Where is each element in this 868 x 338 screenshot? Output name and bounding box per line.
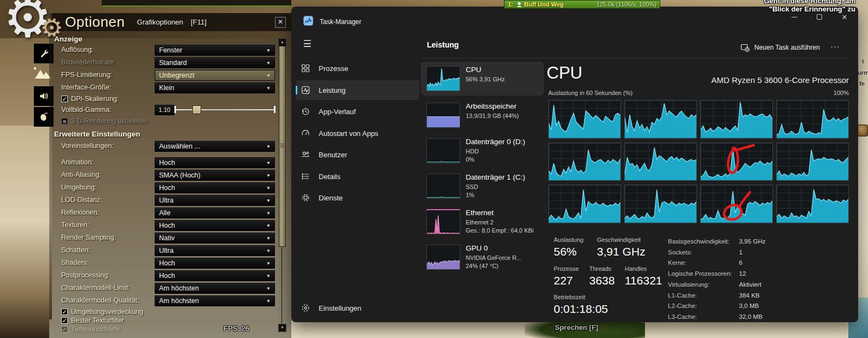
perf-card-title: Ethernet <box>466 209 494 217</box>
threads-value: 3638 <box>589 274 615 287</box>
gamma-slider-handle[interactable] <box>192 105 201 114</box>
stat-label: Prozesse <box>554 265 579 272</box>
cpu-core-graph-1 <box>624 100 697 139</box>
hamburger-menu-icon[interactable]: ☰ <box>300 37 314 51</box>
scrollbar-up-icon[interactable]: ▲ <box>278 38 286 46</box>
charaktermodell-limit-dropdown[interactable]: Am höchsten▼ <box>155 283 275 294</box>
interface-groesse-dropdown[interactable]: Klein▼ <box>155 82 275 93</box>
sidebar-item-label: Details <box>319 173 341 181</box>
chevron-down-icon: ▼ <box>266 61 271 66</box>
scrollbar-thumb[interactable] <box>279 46 286 247</box>
scrollbar-down-icon[interactable]: ▼ <box>278 324 286 332</box>
sidebar-item-prozesse[interactable]: Prozesse <box>296 58 419 78</box>
render-sampling-dropdown[interactable]: Nativ▼ <box>155 233 275 244</box>
fps-counter: FPS: 26 <box>224 324 249 333</box>
umgebungsverdeckung-row: ✓ Umgebungsverdeckung <box>61 308 143 316</box>
detail-value: 32,0 MB <box>739 313 763 320</box>
perf-card-cpu[interactable]: CPU56% 3,91 GHz <box>421 62 544 96</box>
stat-label: Handles <box>625 265 647 272</box>
graph-max-label: 100% <box>834 90 849 96</box>
chevron-down-icon: ▼ <box>266 144 271 149</box>
checkbox-checked-icon[interactable]: ✓ <box>61 326 68 333</box>
sidebar-item-label: Einstellungen <box>319 304 361 312</box>
shaders-dropdown[interactable]: Hoch▼ <box>155 258 275 269</box>
checkbox-checked-icon[interactable]: ✓ <box>61 96 68 102</box>
chevron-down-icon: ▼ <box>266 198 271 203</box>
perf-card-arbeitsspeicher[interactable]: Arbeitsspeicher13,9/31,9 GB (44%) <box>421 98 544 132</box>
postprocessing-dropdown[interactable]: Hoch▼ <box>155 270 275 281</box>
close-icon: ✕ <box>842 13 848 21</box>
option-label: Reflexionen: <box>61 209 99 216</box>
option-row: FPS-Limitierung: Unbegrenzt▼ <box>49 70 291 81</box>
lod-distanz-dropdown[interactable]: Ultra▼ <box>155 195 275 206</box>
charaktermodell-qualitaet-dropdown[interactable]: Am höchsten▼ <box>155 295 275 306</box>
perf-card-datentr-ger-0-d-[interactable]: Datenträger 0 (D:)HDD0% <box>421 134 544 168</box>
voreinstellungen-dropdown[interactable]: Auswählen ...▼ <box>155 141 275 152</box>
cpu-core-graph-4 <box>548 143 621 181</box>
more-options-icon[interactable]: ··· <box>826 39 844 56</box>
perf-card-datentr-ger-1-c-[interactable]: Datenträger 1 (C:)SSD1% <box>421 169 544 203</box>
uptime-value: 0:01:18:05 <box>554 303 608 316</box>
anti-aliasing-dropdown[interactable]: SMAA (Hoch)▼ <box>155 170 275 181</box>
aufloesung-dropdown[interactable]: Fenster▼ <box>155 45 275 56</box>
checkbox-checked-icon[interactable]: ✓ <box>61 309 68 315</box>
processes-icon <box>301 64 310 73</box>
bester-texturfilter-row: ✓ Bester Texturfilter <box>61 317 124 324</box>
sidebar-item-leistung[interactable]: Leistung <box>296 80 419 100</box>
options-title: Optionen <box>65 14 125 31</box>
detail-label: L1-Cache: <box>668 292 697 299</box>
sidebar-item-benutzer[interactable]: Benutzer <box>296 145 419 164</box>
sidebar-item-dienste[interactable]: Dienste <box>296 188 419 207</box>
perf-card-title: Datenträger 0 (D:) <box>466 138 525 146</box>
texturen-dropdown[interactable]: Hoch▼ <box>155 220 275 231</box>
option-row: Anti-Aliasing:SMAA (Hoch)▼ <box>49 170 291 181</box>
schatten-dropdown[interactable]: Ultra▼ <box>155 245 275 256</box>
option-label: Bildwiederholrate: <box>61 58 115 66</box>
perf-thumbnail-graph <box>426 138 460 163</box>
arcdps-dps-meter[interactable]: 1: Buff Und Weg 125.0k (1106/s, 100%) <box>504 0 660 9</box>
cpu-core-graph-9 <box>624 185 697 223</box>
options-scrollbar[interactable]: ▲ ▼ <box>279 38 285 331</box>
game-background-marble <box>0 126 52 338</box>
perf-card-line2: Ges.: 8,0 Empf.: 64,0 KBi <box>466 227 533 234</box>
chevron-down-icon: ▼ <box>266 211 271 216</box>
option-row: Shaders:Hoch▼ <box>49 258 291 269</box>
task-manager-window: Task-Manager ✕ ☰ ProzesseLeistungApp-Ver… <box>291 7 858 322</box>
perf-card-line2: 0% <box>466 156 474 163</box>
options-titlebar: Optionen Grafikoptionen [F11] ✕ <box>52 13 291 31</box>
dropdown-value: Fenster <box>159 46 266 54</box>
option-label: Voreinstellungen: <box>61 142 114 150</box>
option-row: Postprocessing:Hoch▼ <box>49 270 291 281</box>
animation-dropdown[interactable]: Hoch▼ <box>155 157 275 168</box>
gamma-slider-track[interactable] <box>176 109 274 110</box>
checkbox-unchecked-icon[interactable]: ■ <box>61 118 68 124</box>
option-row: Voreinstellungen: Auswählen ...▼ <box>49 141 291 152</box>
sidebar-item-einstellungen[interactable]: Einstellungen <box>296 298 419 318</box>
gear-icon <box>301 304 310 312</box>
reflexionen-dropdown[interactable]: Alle▼ <box>155 207 275 218</box>
umgebung-dropdown[interactable]: Hoch▼ <box>155 182 275 193</box>
cpu-usage-value: 56% <box>554 245 577 258</box>
perf-card-gpu-0[interactable]: GPU 0NVIDIA GeForce R...24% (47 °C) <box>421 240 544 274</box>
perf-card-ethernet[interactable]: EthernetEthernet 2Ges.: 8,0 Empf.: 64,0 … <box>421 205 544 239</box>
stat-label: Threads <box>589 265 611 272</box>
checkbox-checked-icon[interactable]: ✓ <box>61 317 68 324</box>
dropdown-value: Hoch <box>159 259 266 267</box>
run-new-task-button[interactable]: Neuen Task ausführen <box>735 39 825 56</box>
sidebar-item-app-verlauf[interactable]: App-Verlauf <box>296 102 419 121</box>
detail-label: L3-Cache: <box>668 313 697 320</box>
chevron-down-icon: ▼ <box>266 299 271 304</box>
dropdown-value: Ultra <box>159 247 266 254</box>
checkbox-label: Bester Texturfilter <box>71 317 124 324</box>
npc-speech-text: Geht in diese Richtung, am "Blick der Er… <box>764 0 855 13</box>
checkbox-label: Umgebungsverdeckung <box>71 308 143 316</box>
close-icon[interactable]: ✕ <box>275 17 286 28</box>
sidebar-item-autostart-von-apps[interactable]: Autostart von Apps <box>296 123 419 143</box>
perf-card-line1: HDD <box>466 148 479 155</box>
bildwiederholrate-dropdown[interactable]: Standard▼ <box>155 57 275 68</box>
fps-limitierung-dropdown[interactable]: Unbegrenzt▼ <box>155 70 275 81</box>
sidebar-item-details[interactable]: Details <box>296 167 419 186</box>
dropdown-value: Auswählen ... <box>159 143 266 150</box>
handles-value: 116321 <box>625 274 662 287</box>
page-title: Leistung <box>427 40 459 49</box>
